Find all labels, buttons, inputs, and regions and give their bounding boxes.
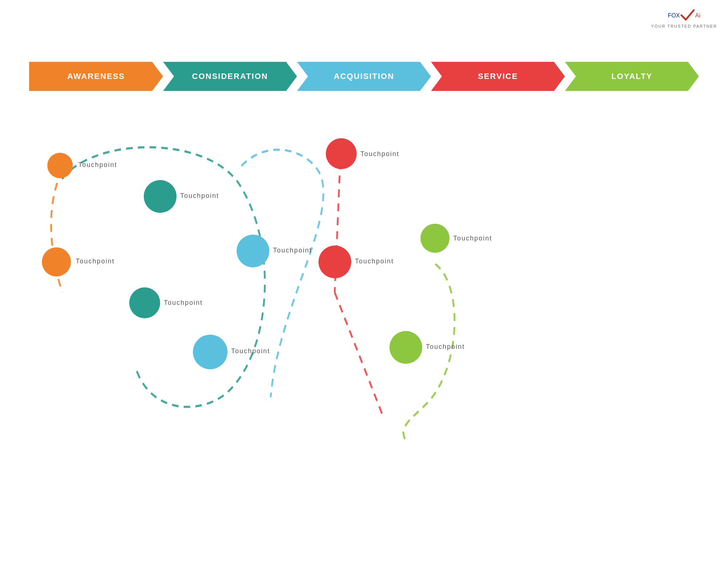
touchpoint-1-label: Touchpoint [78,161,117,169]
banner-step-service: SERVICE [431,62,565,91]
touchpoint-7-label: Touchpoint [360,150,399,158]
touchpoint-7 [326,138,357,169]
touchpoint-4 [129,287,160,318]
touchpoint-2-label: Touchpoint [76,258,115,265]
touchpoint-6-label: Touchpoint [231,347,270,355]
journey-banner: AWARENESS CONSIDERATION ACQUISITION SERV… [29,62,699,91]
touchpoint-8-label: Touchpoint [355,258,394,265]
journey-curves-svg [22,109,706,546]
logo-tagline: YOUR TRUSTED PARTNER [651,24,717,28]
touchpoint-2 [42,247,71,276]
touchpoint-10-label: Touchpoint [426,343,465,351]
touchpoint-5 [237,235,269,267]
customer-journey-diagram: Touchpoint Touchpoint Touchpoint Touchpo… [22,109,706,546]
touchpoint-3-label: Touchpoint [180,192,219,200]
logo-ai-text: Ai [695,12,700,19]
logo-fox-text: FOX [668,12,680,19]
touchpoint-5-label: Touchpoint [273,247,312,254]
banner-step-consideration: CONSIDERATION [163,62,297,91]
touchpoint-3 [144,180,177,213]
touchpoint-8 [318,246,351,278]
logo-checkmark-icon [680,7,695,23]
touchpoint-9 [420,224,450,253]
logo: FOX Ai YOUR TRUSTED PARTNER [651,7,717,28]
touchpoint-1 [47,153,73,178]
touchpoint-9-label: Touchpoint [453,235,492,242]
touchpoint-4-label: Touchpoint [164,299,203,307]
touchpoint-6 [193,335,228,369]
touchpoint-10 [389,331,422,364]
banner-step-awareness: AWARENESS [29,62,163,91]
banner-step-loyalty: LOYALTY [565,62,699,91]
banner-step-acquisition: ACQUISITION [297,62,431,91]
